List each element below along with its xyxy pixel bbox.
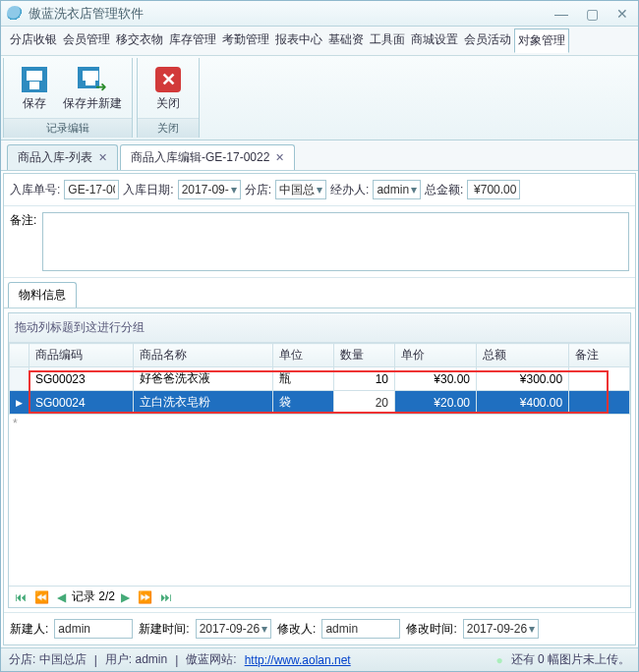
status-site-link[interactable]: http://www.aolan.net bbox=[245, 653, 351, 667]
column-header[interactable]: 数量 bbox=[334, 344, 395, 367]
cell[interactable]: 袋 bbox=[273, 391, 334, 415]
total-field[interactable] bbox=[467, 180, 520, 199]
window-min-button[interactable]: — bbox=[551, 6, 572, 22]
status-site-label: 傲蓝网站: bbox=[186, 651, 236, 668]
window-title: 傲蓝洗衣店管理软件 bbox=[29, 5, 551, 23]
menu-item[interactable]: 会员活动 bbox=[461, 28, 514, 53]
remark-textarea[interactable] bbox=[42, 212, 629, 271]
mtime-picker[interactable]: 2017-09-26▾ bbox=[463, 619, 539, 639]
menu-item[interactable]: 报表中心 bbox=[272, 28, 325, 53]
status-user: 用户: admin bbox=[105, 651, 167, 668]
status-branch: 分店: 中国总店 bbox=[9, 651, 87, 668]
total-label: 总金额: bbox=[425, 182, 463, 198]
branch-label: 分店: bbox=[245, 182, 271, 198]
pager-next-all[interactable]: ⏩ bbox=[136, 590, 154, 604]
group-by-hint: 拖动列标题到这进行分组 bbox=[9, 313, 630, 343]
pager-next[interactable]: ▶ bbox=[119, 590, 132, 604]
creator-label: 新建人: bbox=[10, 621, 48, 638]
close-x-icon: ✕ bbox=[155, 67, 181, 92]
inbound-no-label: 入库单号: bbox=[10, 182, 60, 198]
cell[interactable] bbox=[569, 391, 630, 415]
mtime-label: 修改时间: bbox=[406, 621, 456, 638]
chevron-down-icon: ▾ bbox=[529, 622, 535, 636]
inbound-date-label: 入库日期: bbox=[123, 182, 173, 198]
menu-item[interactable]: 考勤管理 bbox=[219, 28, 272, 53]
cell[interactable]: SG00024 bbox=[29, 391, 134, 415]
handler-label: 经办人: bbox=[330, 182, 369, 198]
document-tab[interactable]: 商品入库-列表✕ bbox=[7, 144, 118, 170]
cell[interactable] bbox=[569, 367, 630, 391]
creator-field[interactable] bbox=[54, 619, 133, 639]
table-row[interactable]: SG00023好爸爸洗衣液瓶10¥30.00¥300.00 bbox=[10, 367, 630, 391]
chevron-down-icon: ▾ bbox=[261, 622, 267, 636]
window-close-button[interactable]: ✕ bbox=[612, 6, 632, 22]
column-header[interactable]: 商品名称 bbox=[134, 344, 273, 367]
menu-item[interactable]: 工具面 bbox=[367, 28, 408, 53]
remark-label: 备注: bbox=[10, 212, 36, 229]
menu-item[interactable]: 对象管理 bbox=[514, 28, 569, 53]
window-max-button[interactable]: ▢ bbox=[582, 6, 603, 22]
cell[interactable]: SG00023 bbox=[29, 367, 134, 391]
cell[interactable]: ¥30.00 bbox=[394, 367, 476, 391]
close-button[interactable]: ✕ 关闭 bbox=[144, 62, 193, 114]
tab-close-icon[interactable]: ✕ bbox=[98, 151, 107, 163]
floppy-plus-icon: ➜ bbox=[78, 67, 107, 92]
pager-prev-all[interactable]: ⏪ bbox=[32, 590, 51, 604]
table-row[interactable]: ▶SG00024立白洗衣皂粉袋20¥20.00¥400.00 bbox=[10, 391, 630, 415]
pager-text: 记录 2/2 bbox=[72, 588, 115, 605]
inbound-date-picker[interactable]: 2017-09-▾ bbox=[178, 180, 241, 199]
menu-item[interactable]: 会员管理 bbox=[60, 28, 113, 53]
status-upload-text: 还有 0 幅图片未上传。 bbox=[511, 651, 630, 668]
cell[interactable]: 立白洗衣皂粉 bbox=[134, 391, 273, 415]
cell[interactable]: ¥400.00 bbox=[477, 391, 569, 415]
floppy-icon bbox=[22, 67, 47, 92]
ribbon-group-label-edit: 记录编辑 bbox=[4, 118, 132, 138]
chevron-down-icon: ▾ bbox=[317, 183, 322, 196]
new-row-indicator: * bbox=[9, 415, 630, 432]
chevron-down-icon: ▾ bbox=[231, 183, 237, 196]
tab-material-info[interactable]: 物料信息 bbox=[8, 282, 77, 308]
status-dot-icon: ● bbox=[495, 653, 502, 667]
pager-last[interactable]: ⏭ bbox=[158, 590, 174, 604]
save-button[interactable]: 保存 bbox=[10, 62, 59, 114]
column-header[interactable]: 单价 bbox=[394, 344, 476, 367]
menu-item[interactable]: 移交衣物 bbox=[113, 28, 166, 53]
menu-item[interactable]: 商城设置 bbox=[408, 28, 461, 53]
menu-item[interactable]: 库存管理 bbox=[166, 28, 219, 53]
document-tab[interactable]: 商品入库编辑-GE-17-0022✕ bbox=[120, 144, 295, 170]
column-header[interactable]: 商品编码 bbox=[29, 344, 134, 367]
cell[interactable]: ¥20.00 bbox=[394, 391, 476, 415]
app-logo-icon bbox=[7, 6, 23, 22]
cell[interactable]: ¥300.00 bbox=[477, 367, 569, 391]
column-header[interactable]: 单位 bbox=[273, 344, 334, 367]
ctime-picker[interactable]: 2017-09-26▾ bbox=[196, 619, 271, 639]
tab-close-icon[interactable]: ✕ bbox=[275, 151, 284, 163]
pager-first[interactable]: ⏮ bbox=[13, 590, 29, 604]
menu-item[interactable]: 基础资 bbox=[325, 28, 367, 53]
cell[interactable]: 瓶 bbox=[273, 367, 334, 391]
cell[interactable]: 10 bbox=[334, 367, 395, 391]
pager-prev[interactable]: ◀ bbox=[55, 590, 68, 604]
ctime-label: 新建时间: bbox=[139, 621, 189, 638]
save-and-new-button[interactable]: ➜ 保存并新建 bbox=[59, 62, 126, 114]
cell[interactable]: 20 bbox=[334, 391, 395, 415]
menu-item[interactable]: 分店收银 bbox=[7, 28, 60, 53]
modifier-field[interactable] bbox=[321, 619, 400, 639]
handler-select[interactable]: admin▾ bbox=[373, 180, 421, 199]
chevron-down-icon: ▾ bbox=[411, 183, 417, 196]
ribbon-group-label-close: 关闭 bbox=[138, 118, 199, 138]
modifier-label: 修改人: bbox=[277, 621, 316, 638]
column-header[interactable]: 备注 bbox=[569, 344, 630, 367]
branch-select[interactable]: 中国总▾ bbox=[275, 180, 326, 199]
inbound-no-field[interactable] bbox=[64, 180, 119, 199]
cell[interactable]: 好爸爸洗衣液 bbox=[134, 367, 273, 391]
column-header[interactable]: 总额 bbox=[477, 344, 569, 367]
